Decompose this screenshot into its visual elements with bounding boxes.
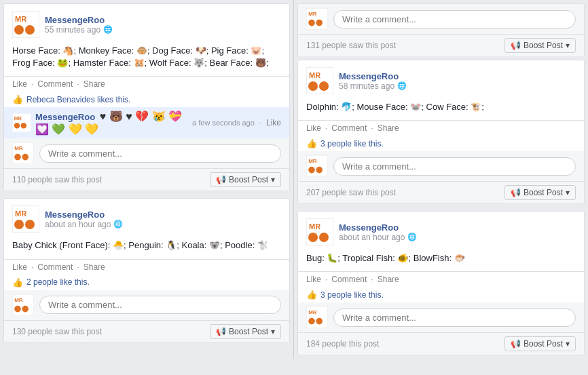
svg-text:MR: MR [308,158,317,164]
thumbs-up-icon: 👍 [306,290,317,300]
like-action[interactable]: Like [306,123,321,133]
svg-text:MR: MR [14,116,22,121]
post-author[interactable]: MessengeRoo [339,71,576,81]
svg-point-34 [308,233,318,242]
top-saw-count: 131 people saw this post [306,41,396,50]
svg-point-22 [308,20,315,26]
svg-text:MR: MR [309,222,320,231]
top-comment-input[interactable] [333,10,576,28]
likes-row: 👍 3 people like this. [298,136,584,151]
saw-count: 184 people this post [306,339,379,349]
thumbs-up-icon: 👍 [12,94,23,104]
comment-action[interactable]: Comment [37,262,73,272]
post-header: MR MessengeRoo 55 minutes ago 🌐 [4,4,289,42]
boost-post-button[interactable]: 📢 Boost Post ▾ [504,185,576,200]
svg-point-19 [22,305,29,312]
svg-text:MR: MR [15,210,26,218]
post-card: MR MessengeRoo 55 minutes ago 🌐 Horse Fa… [3,3,290,191]
share-action[interactable]: Share [84,79,105,89]
saw-count: 207 people saw this post [306,188,396,197]
like-action[interactable]: Like [306,275,321,284]
share-action[interactable]: Share [84,262,105,272]
globe-icon: 🌐 [103,25,113,34]
globe-icon: 🌐 [397,81,407,90]
svg-point-23 [316,20,323,26]
reaction-bar-row: MR MessengeRoo ♥ 🐻 ♥ 💔 😿 💝 💟 💚 💛 💛 a few… [4,107,289,138]
left-column: MR MessengeRoo 55 minutes ago 🌐 Horse Fa… [0,0,294,359]
saw-count: 130 people saw this post [12,327,102,336]
svg-point-38 [308,318,315,325]
reaction-actor[interactable]: MessengeRoo [35,112,95,122]
avatar: MR [306,67,333,94]
post-meta: MessengeRoo about an hour ago 🌐 [339,222,576,242]
svg-point-35 [319,233,329,242]
svg-point-15 [25,220,35,229]
like-action[interactable]: Like [12,79,27,89]
post-body: Dolphin: 🐬; Mouse Face: 🐭; Cow Face: 🐮; [298,98,584,120]
svg-point-26 [308,81,318,91]
post-author[interactable]: MessengeRoo [339,222,576,233]
megaphone-icon: 📢 [216,327,226,336]
chevron-down-icon: ▾ [566,41,570,50]
share-action[interactable]: Share [378,275,399,284]
post-meta: MessengeRoo about an hour ago 🌐 [45,210,281,229]
svg-point-2 [14,25,24,35]
post-author[interactable]: MessengeRoo [45,210,281,220]
avatar: MR [306,218,333,245]
boost-post-button[interactable]: 📢 Boost Post ▾ [504,336,576,351]
post-time: 55 minutes ago 🌐 [45,25,281,35]
svg-text:MR: MR [15,15,26,23]
svg-point-18 [14,305,21,312]
comment-input[interactable] [333,157,576,176]
post-actions: Like · Comment · Share [4,76,289,92]
reaction-content: MessengeRoo ♥ 🐻 ♥ 💔 😿 💝 💟 💚 💛 💛 [35,110,188,136]
post-card: MR MessengeRoo 58 minutes ago 🌐 Dolphin:… [297,60,585,204]
thumbs-up-icon: 👍 [306,138,317,149]
post-header: MR MessengeRoo about an hour ago 🌐 [298,212,584,250]
comment-input[interactable] [333,309,576,327]
svg-text:MR: MR [308,310,317,316]
globe-icon: 🌐 [407,233,417,241]
share-action[interactable]: Share [378,123,399,133]
comment-avatar: MR [306,155,328,177]
svg-text:MR: MR [14,146,23,152]
boost-post-button[interactable]: 📢 Boost Post ▾ [210,172,281,187]
chevron-down-icon: ▾ [271,175,275,184]
post-body: Baby Chick (Front Face): 🐣; Penguin: 🐧; … [4,237,289,258]
svg-text:MR: MR [14,297,23,303]
comment-input[interactable] [39,296,281,314]
post-actions: Like · Comment · Share [298,120,584,136]
comment-action[interactable]: Comment [331,275,367,284]
comment-input[interactable] [39,144,281,163]
svg-text:MR: MR [308,11,317,17]
comment-avatar: MR [306,8,328,30]
megaphone-icon: 📢 [511,339,521,349]
comment-input-row: MR [4,138,289,168]
comment-action[interactable]: Comment [37,79,73,89]
like-action[interactable]: Like [12,262,27,272]
likes-text: 3 people like this. [320,139,384,149]
avatar: MR [12,205,39,233]
saw-count: 110 people saw this post [12,175,102,184]
post-header: MR MessengeRoo 58 minutes ago 🌐 [298,60,584,98]
comment-avatar: MR [12,142,34,164]
post-meta: MessengeRoo 58 minutes ago 🌐 [339,71,576,91]
post-time: 58 minutes ago 🌐 [339,81,576,91]
chevron-down-icon: ▾ [566,188,570,197]
reaction-like[interactable]: Like [266,118,281,127]
comment-input-row: MR [4,290,289,320]
boost-post-button[interactable]: 📢 Boost Post ▾ [210,324,281,339]
post-footer: 110 people saw this post 📢 Boost Post ▾ [4,168,289,191]
post-actions: Like · Comment · Share [298,271,584,287]
comment-action[interactable]: Comment [331,123,367,133]
svg-text:MR: MR [309,71,320,79]
top-boost-button[interactable]: 📢 Boost Post ▾ [504,38,576,53]
svg-point-7 [21,123,26,128]
top-comment-card: MR 131 people saw this post 📢 Boost Post… [297,3,585,56]
svg-point-3 [25,25,35,35]
feed-container: MR MessengeRoo 55 minutes ago 🌐 Horse Fa… [0,0,588,359]
post-author[interactable]: MessengeRoo [45,15,281,25]
top-comment-input-row: MR [298,4,584,34]
comment-input-row: MR [298,151,584,181]
likes-row: 👍 2 people like this. [4,275,289,290]
